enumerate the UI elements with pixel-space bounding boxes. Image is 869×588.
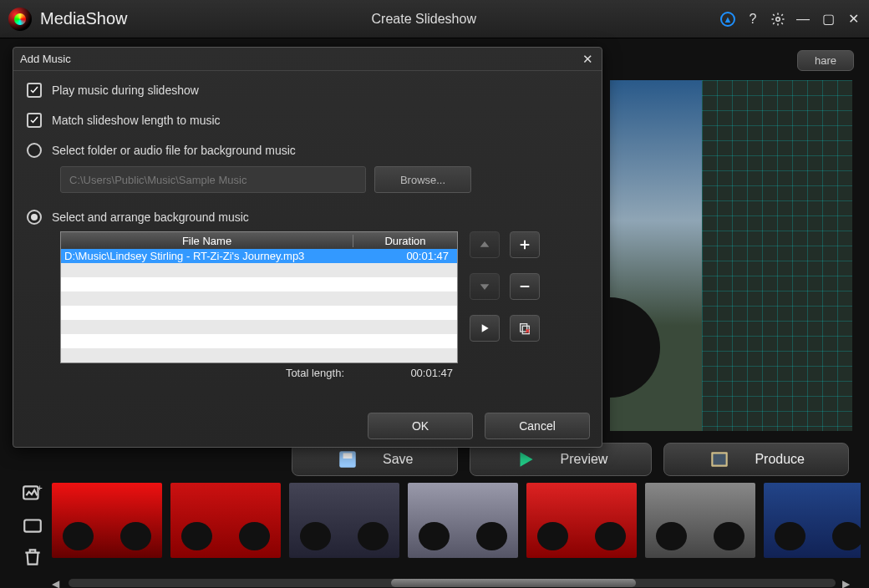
checkbox-play-music[interactable] (27, 83, 42, 98)
film-icon (708, 449, 731, 470)
preview-button[interactable]: Preview (470, 443, 653, 476)
radio-select-folder[interactable] (27, 143, 42, 158)
dialog-close-icon[interactable]: ✕ (580, 52, 595, 67)
clear-all-button[interactable] (510, 315, 540, 342)
scroll-thumb[interactable] (391, 579, 637, 587)
scroll-left-icon[interactable]: ◀ (52, 578, 62, 588)
label-select-folder: Select folder or audio file for backgrou… (52, 144, 296, 157)
action-bar: Save Preview Produce (0, 443, 852, 476)
svg-point-0 (776, 17, 780, 21)
table-header: File Name Duration (61, 232, 457, 249)
grid-overlay-icon (702, 80, 852, 431)
thumbnail[interactable] (408, 483, 518, 558)
ok-button[interactable]: OK (368, 413, 473, 439)
checkbox-match-length[interactable] (27, 113, 42, 128)
thumbnail[interactable] (289, 483, 399, 558)
table-row[interactable] (61, 334, 457, 348)
settings-icon[interactable] (770, 12, 785, 27)
total-value: 00:01:47 (353, 367, 458, 379)
trash-icon[interactable] (22, 546, 43, 565)
select-all-icon[interactable] (22, 514, 43, 533)
thumbnail-scrollbar[interactable]: ◀ ▶ (52, 578, 852, 588)
table-row[interactable] (61, 291, 457, 306)
upload-icon[interactable]: ▲ (720, 12, 735, 27)
produce-button[interactable]: Produce (663, 443, 849, 476)
radio-arrange-music[interactable] (27, 210, 42, 225)
thumbnail[interactable] (52, 483, 162, 558)
help-icon[interactable]: ? (745, 12, 760, 27)
table-row[interactable] (61, 277, 457, 291)
svg-rect-7 (24, 520, 41, 532)
label-match-length: Match slideshow length to music (52, 114, 221, 127)
svg-rect-8 (521, 324, 527, 332)
col-filename: File Name (61, 235, 353, 247)
add-track-button[interactable] (510, 231, 540, 258)
save-icon (336, 449, 359, 470)
svg-rect-4 (714, 454, 726, 465)
thumbnail[interactable] (645, 483, 755, 558)
titlebar-controls: ▲ ? — ▢ ✕ (720, 12, 861, 27)
col-duration: Duration (353, 235, 457, 247)
scroll-track[interactable] (69, 579, 836, 587)
table-row[interactable]: D:\Music\Lindsey Stirling - RT-Zi-Zi's J… (61, 249, 457, 263)
save-button[interactable]: Save (292, 443, 457, 476)
tab-share[interactable]: hare (797, 50, 854, 71)
slideshow-preview (610, 80, 852, 431)
thumbnail-strip: + (13, 479, 861, 580)
produce-label: Produce (755, 452, 805, 467)
label-play-music: Play music during slideshow (52, 84, 199, 97)
dialog-header: Add Music ✕ (13, 48, 602, 71)
folder-path-input[interactable]: C:\Users\Public\Music\Sample Music (60, 166, 366, 193)
move-up-button[interactable] (470, 231, 500, 258)
window-title: Create Slideshow (128, 12, 720, 27)
cancel-button[interactable]: Cancel (485, 413, 590, 439)
table-row[interactable] (61, 263, 457, 277)
thumbnail[interactable] (170, 483, 281, 558)
app-logo-icon (8, 8, 32, 31)
total-label: Total length: (60, 367, 353, 379)
title-bar: MediaShow Create Slideshow ▲ ? — ▢ ✕ (0, 0, 869, 38)
move-down-button[interactable] (470, 273, 500, 300)
label-arrange-music: Select and arrange background music (52, 210, 249, 224)
cell-file: D:\Music\Lindsey Stirling - RT-Zi-Zi's J… (64, 250, 357, 262)
add-media-icon[interactable]: + (22, 483, 43, 501)
table-row[interactable] (61, 320, 457, 334)
table-row[interactable] (61, 348, 457, 362)
thumbnail[interactable] (764, 483, 861, 558)
close-window-icon[interactable]: ✕ (846, 12, 861, 27)
main-tabs: hare (797, 50, 854, 71)
scroll-right-icon[interactable]: ▶ (842, 578, 852, 588)
minimize-icon[interactable]: — (795, 12, 811, 27)
dialog-title: Add Music (20, 53, 71, 65)
maximize-icon[interactable]: ▢ (821, 12, 836, 27)
thumbnail[interactable] (526, 483, 637, 558)
table-row[interactable] (61, 306, 457, 320)
browse-button[interactable]: Browse... (374, 166, 471, 193)
music-table[interactable]: File Name Duration D:\Music\Lindsey Stir… (60, 231, 458, 363)
svg-rect-2 (343, 453, 353, 459)
add-music-dialog: Add Music ✕ Play music during slideshow … (13, 47, 602, 448)
app-name: MediaShow (40, 9, 128, 28)
play-icon (514, 449, 537, 470)
play-track-button[interactable] (470, 315, 500, 342)
cell-duration: 00:01:47 (357, 250, 454, 262)
save-label: Save (383, 452, 413, 467)
preview-label: Preview (561, 452, 608, 467)
remove-track-button[interactable] (510, 273, 540, 300)
svg-text:+: + (37, 483, 42, 493)
